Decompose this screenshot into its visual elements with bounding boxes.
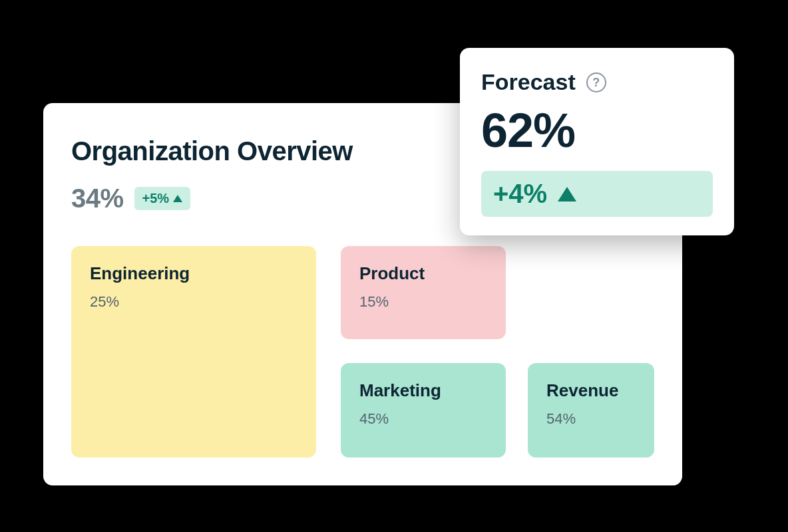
tile-revenue[interactable]: Revenue 54% — [528, 363, 654, 458]
tile-revenue-name: Revenue — [546, 380, 636, 401]
forecast-card: Forecast ? 62% +4% — [460, 48, 734, 235]
tile-product-percent: 15% — [359, 293, 487, 311]
overview-trend-badge: +5% — [134, 187, 191, 210]
forecast-trend-label: +4% — [493, 179, 547, 209]
tile-marketing-percent: 45% — [359, 410, 487, 428]
tile-engineering-percent: 25% — [90, 293, 297, 311]
department-tiles: Engineering 25% Product 15% Marketing 45… — [71, 246, 654, 459]
tile-product[interactable]: Product 15% — [341, 246, 506, 339]
tile-marketing-name: Marketing — [359, 380, 487, 401]
forecast-header: Forecast ? — [481, 69, 713, 95]
tile-engineering[interactable]: Engineering 25% — [71, 246, 316, 458]
arrow-up-icon — [558, 187, 576, 201]
forecast-title: Forecast — [481, 69, 576, 95]
forecast-trend-badge: +4% — [481, 171, 713, 217]
tile-product-name: Product — [359, 263, 487, 284]
tile-marketing[interactable]: Marketing 45% — [341, 363, 506, 458]
overview-trend-label: +5% — [142, 191, 170, 206]
overview-percent: 34% — [71, 184, 124, 213]
arrow-up-icon — [173, 195, 182, 202]
tile-revenue-percent: 54% — [546, 410, 636, 428]
forecast-value: 62% — [481, 103, 713, 158]
help-icon[interactable]: ? — [586, 72, 606, 92]
tile-engineering-name: Engineering — [90, 263, 297, 284]
